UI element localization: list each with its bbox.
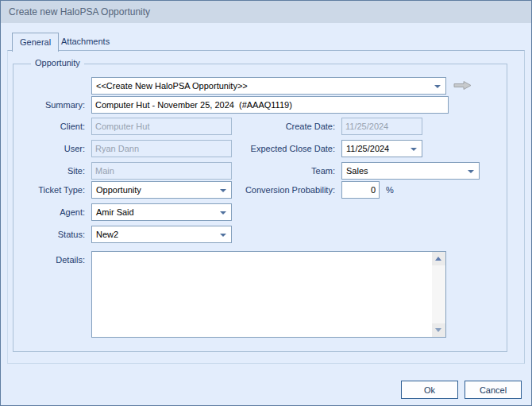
percent-suffix: % — [386, 181, 394, 199]
create-date-label: Create Date: — [8, 118, 335, 135]
opportunity-template-dropdown[interactable]: <<Create New HaloPSA Opportunity>> — [91, 77, 446, 95]
tab-attachments[interactable]: Attachments — [53, 33, 118, 50]
expected-close-date-value: 11/25/2024 — [346, 144, 389, 153]
chevron-down-icon — [468, 170, 474, 173]
tab-general[interactable]: General — [12, 33, 59, 52]
dialog-create-opportunity: Create new HaloPSA Opportunity General A… — [0, 0, 532, 406]
agent-label: Agent: — [8, 203, 85, 221]
opportunity-template-value: <<Create New HaloPSA Opportunity>> — [96, 81, 248, 91]
cancel-button[interactable]: Cancel — [465, 381, 522, 399]
tab-general-label: General — [20, 37, 51, 47]
create-date-input — [341, 118, 422, 135]
details-label: Details: — [8, 251, 85, 269]
window-title: Create new HaloPSA Opportunity — [9, 6, 150, 17]
agent-value: Amir Said — [96, 207, 134, 217]
title-bar[interactable]: Create new HaloPSA Opportunity — [1, 1, 531, 23]
team-value: Sales — [346, 166, 368, 176]
team-dropdown[interactable]: Sales — [341, 162, 480, 180]
details-textarea-frame — [91, 251, 446, 338]
expected-close-date-dropdown[interactable]: 11/25/2024 — [341, 140, 422, 157]
conversion-probability-input[interactable] — [341, 181, 380, 199]
ok-button[interactable]: Ok — [401, 381, 458, 399]
status-dropdown[interactable]: New2 — [91, 226, 232, 243]
triangle-up-icon — [435, 257, 441, 261]
status-value: New2 — [96, 230, 118, 239]
details-scrollbar[interactable] — [432, 252, 445, 337]
chevron-down-icon — [220, 234, 226, 237]
conversion-probability-label: Conversion Probability: — [8, 181, 335, 199]
chevron-down-icon — [411, 148, 417, 151]
apply-template-arrow-icon[interactable] — [453, 79, 473, 91]
summary-label: Summary: — [8, 96, 85, 114]
details-textarea[interactable] — [92, 252, 435, 338]
tab-panel-general: Opportunity <<Create New HaloPSA Opportu… — [7, 50, 525, 364]
chevron-down-icon — [434, 85, 441, 88]
status-label: Status: — [8, 226, 85, 243]
scroll-up-button[interactable] — [432, 252, 445, 265]
summary-input[interactable] — [91, 96, 449, 114]
scroll-down-button[interactable] — [432, 323, 445, 337]
agent-dropdown[interactable]: Amir Said — [91, 203, 232, 221]
triangle-down-icon — [435, 328, 441, 332]
expected-close-date-label: Expected Close Date: — [8, 140, 335, 157]
groupbox-legend: Opportunity — [31, 58, 84, 68]
tab-attachments-label: Attachments — [61, 37, 110, 46]
team-label: Team: — [8, 162, 335, 180]
chevron-down-icon — [220, 211, 226, 215]
